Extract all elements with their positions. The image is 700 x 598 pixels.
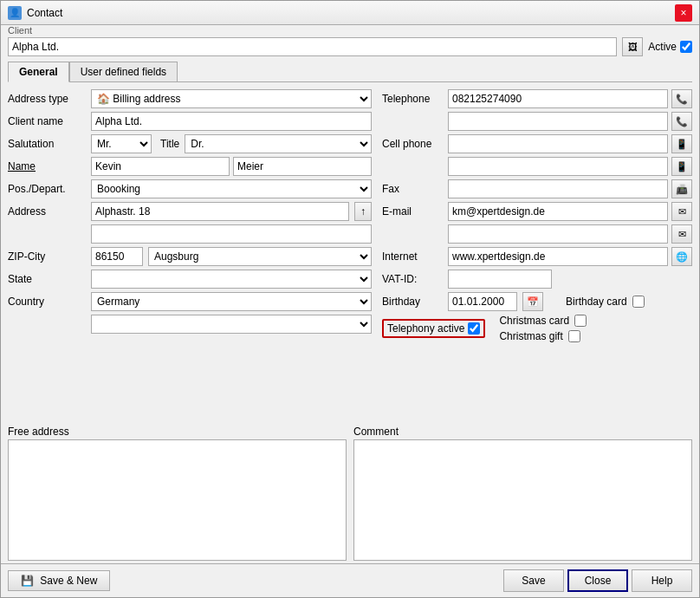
free-address-section: Free address [8,426,347,563]
telephone-input[interactable] [448,89,668,108]
tab-general[interactable]: General [8,62,69,82]
email2-row: ✉ [382,224,692,244]
telephone-inputs: 📞 [448,89,692,108]
save-new-button[interactable]: 💾 Save & New [8,570,110,591]
title-bar: 👤 Contact × [1,1,699,25]
fax-input[interactable] [448,179,668,198]
pos-depart-label: Pos./Depart. [8,183,86,195]
birthday-input[interactable] [448,292,517,311]
left-form: Address type 🏠 Billing address Shipping … [8,89,372,419]
country-label: Country [8,296,86,308]
birthday-card-row: Birthday card [566,296,645,308]
cell-phone2-row: 📱 [382,157,692,176]
email-row: E-mail ✉ [382,202,692,221]
city-select[interactable]: Augsburg [148,247,372,266]
active-section: Active [648,41,692,53]
country-row: Country Germany [8,292,372,311]
vat-id-input[interactable] [448,270,552,289]
internet-open-button[interactable]: 🌐 [671,247,692,266]
save-button[interactable]: Save [503,569,564,592]
cell-phone-call-button[interactable]: 📱 [671,134,692,153]
christmas-card-label: Christmas card [499,315,569,327]
email-input[interactable] [448,202,668,221]
last-name-input[interactable] [233,157,372,176]
country-select[interactable]: Germany [91,292,372,311]
pos-depart-row: Pos./Depart. Boooking [8,179,372,198]
salutation-label: Salutation [8,138,86,150]
zip-input[interactable] [91,247,143,266]
close-button[interactable]: Close [567,569,628,592]
address-type-select[interactable]: 🏠 Billing address Shipping address [91,89,372,108]
comment-label: Comment [353,426,692,438]
tab-general-content: Address type 🏠 Billing address Shipping … [8,89,692,563]
title-label: Title [160,138,179,150]
telephony-active-label: Telephony active [387,322,464,335]
telephone2-input[interactable] [448,112,668,131]
christmas-card-row: Christmas card [499,315,587,327]
state-select[interactable] [91,270,372,289]
email-send-button[interactable]: ✉ [671,202,692,221]
christmas-card-checkbox[interactable] [574,315,587,327]
save-new-label: Save & New [40,575,97,587]
window-close-button[interactable]: × [675,4,692,22]
client-picker-button[interactable]: 🖼 [622,37,643,56]
client-name-input[interactable] [91,112,372,131]
salutation-row: Salutation Mr. Ms. Title Dr. Prof. [8,134,372,153]
free-address-textarea[interactable] [8,439,347,561]
free-address-label: Free address [8,426,347,438]
telephone2-call-button[interactable]: 📞 [671,112,692,131]
cell-phone-input[interactable] [448,134,668,153]
first-name-input[interactable] [91,157,230,176]
christmas-gift-checkbox[interactable] [568,330,580,342]
country2-select[interactable] [91,315,372,334]
calendar-button[interactable]: 📅 [522,292,543,311]
address2-input[interactable] [91,224,372,244]
active-checkbox[interactable] [680,41,692,53]
birthday-row: Birthday 📅 Birthday card [382,292,692,311]
tab-user-defined[interactable]: User defined fields [69,62,178,81]
footer-left: 💾 Save & New [8,570,110,591]
save-icon: 💾 [21,575,34,587]
cell-phone-row: Cell phone 📱 [382,134,692,153]
birthday-card-checkbox[interactable] [632,296,645,308]
client-name-label: Client name [8,115,86,127]
help-button[interactable]: Help [632,569,692,592]
christmas-cards-section: Christmas card Christmas gift [499,315,587,342]
email2-input[interactable] [448,224,668,244]
state-label: State [8,273,86,285]
telephony-cards-row: Telephony active Christmas card Christma… [382,315,692,342]
client-input[interactable] [8,37,617,56]
address-input[interactable] [91,202,349,221]
birthday-card-label: Birthday card [566,296,627,308]
title-select[interactable]: Dr. Prof. [185,134,372,153]
email-label: E-mail [382,205,443,218]
contact-window: 👤 Contact × Client 🖼 Active General User… [0,0,700,598]
telephone-call-button[interactable]: 📞 [671,89,692,108]
internet-input[interactable] [448,247,668,266]
name-row: Name [8,157,372,176]
comment-textarea[interactable] [353,439,692,561]
fax-label: Fax [382,183,443,195]
pos-depart-select[interactable]: Boooking [91,179,372,198]
client-row: 🖼 Active [8,37,692,56]
cards-section: Birthday card [566,296,645,308]
name-inputs [91,157,372,176]
telephone-row: Telephone 📞 [382,89,692,108]
salutation-select[interactable]: Mr. Ms. [91,134,152,153]
zip-city-label: ZIP-City [8,250,86,263]
footer-right: Save Close Help [503,569,692,592]
telephony-active-checkbox[interactable] [468,322,480,335]
state-row: State [8,270,372,289]
cell-phone-label: Cell phone [382,138,443,150]
internet-row: Internet 🌐 [382,247,692,266]
name-label: Name [8,160,86,172]
address-picker-button[interactable]: ↑ [354,202,372,221]
email2-send-button[interactable]: ✉ [671,224,692,244]
fax-send-button[interactable]: 📠 [671,179,692,198]
form-area: Address type 🏠 Billing address Shipping … [8,89,692,419]
active-label: Active [648,41,677,53]
address2-row [8,224,372,244]
cell-phone2-input[interactable] [448,157,668,176]
cell-phone2-call-button[interactable]: 📱 [671,157,692,176]
internet-label: Internet [382,250,443,263]
